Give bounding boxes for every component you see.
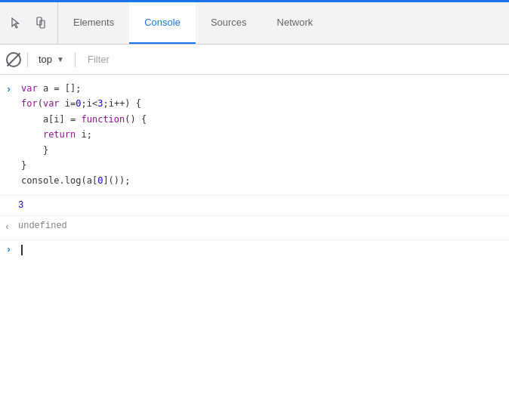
prompt-prefix: › <box>6 243 11 257</box>
devtools-window: Elements Console Sources Network top ▼ <box>0 0 509 420</box>
clear-console-button[interactable] <box>6 52 21 67</box>
code-line-4: return i; <box>21 127 503 142</box>
tab-sources[interactable]: Sources <box>196 2 262 44</box>
code-line-7: console.log(a[0]()); <box>21 173 503 188</box>
toolbar-separator-1 <box>27 52 28 67</box>
toolbar-separator-2 <box>75 52 76 67</box>
tab-console[interactable]: Console <box>129 2 196 44</box>
console-toolbar: top ▼ <box>0 45 509 75</box>
result-3-entry: 3 <box>0 196 509 216</box>
console-input-line[interactable]: › <box>0 240 509 260</box>
result-value: 3 <box>18 200 23 211</box>
tab-icons-group <box>0 2 58 44</box>
text-cursor <box>21 245 23 255</box>
context-selector[interactable]: top ▼ <box>34 52 69 66</box>
code-line-6: } <box>21 158 503 173</box>
console-content: › var a = []; for(var i=0;i<3;i++) { a[i… <box>0 75 509 420</box>
device-toggle-button[interactable] <box>30 13 51 34</box>
inspect-element-button[interactable] <box>6 13 27 34</box>
tab-elements[interactable]: Elements <box>58 2 129 44</box>
context-dropdown-arrow: ▼ <box>57 55 64 63</box>
tab-network[interactable]: Network <box>262 2 329 44</box>
undefined-entry: ‹ undefined <box>0 216 509 240</box>
svg-rect-1 <box>40 20 45 28</box>
svg-rect-0 <box>37 17 42 25</box>
code-line-2: for(var i=0;i<3;i++) { <box>21 96 503 111</box>
undefined-value: undefined <box>18 221 67 231</box>
code-input-block: › var a = []; for(var i=0;i<3;i++) { a[i… <box>0 75 509 196</box>
code-line-5: } <box>21 143 503 158</box>
code-line-1: var a = []; <box>21 81 503 96</box>
tab-list: Elements Console Sources Network <box>58 2 509 44</box>
tab-bar: Elements Console Sources Network <box>0 2 509 45</box>
code-line-3: a[i] = function() { <box>21 112 503 127</box>
context-label: top <box>39 54 52 65</box>
input-prefix: › <box>6 82 11 97</box>
output-prefix: ‹ <box>5 221 10 234</box>
filter-input[interactable] <box>82 51 503 68</box>
